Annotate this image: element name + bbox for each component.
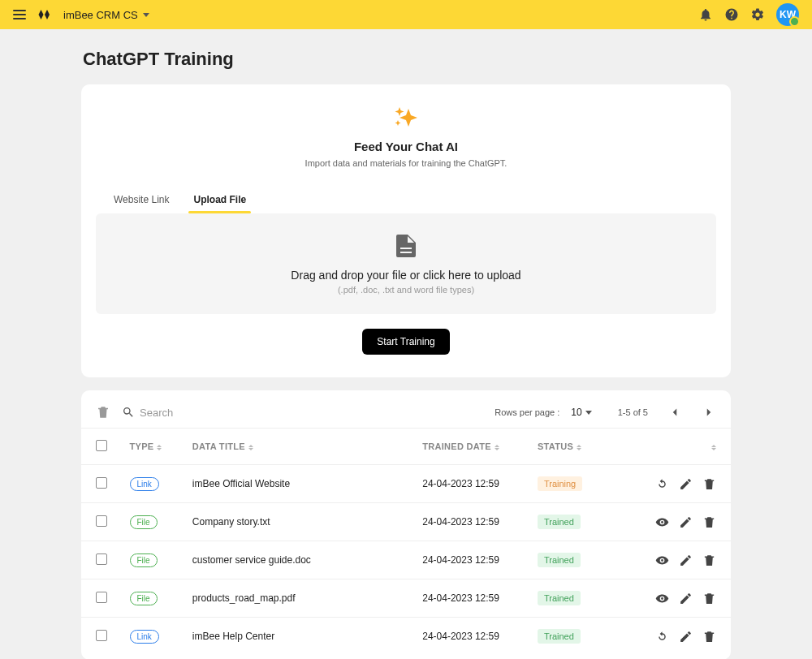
status-badge: Training <box>538 476 582 491</box>
row-checkbox[interactable] <box>96 592 107 603</box>
upload-card: Feed Your Chat AI Import data and materi… <box>81 84 731 377</box>
table-row: FileCompany story.txt24-04-2023 12:59Tra… <box>81 503 731 541</box>
app-switcher[interactable]: imBee CRM CS <box>63 9 149 21</box>
app-name: imBee CRM CS <box>63 9 138 21</box>
delete-icon[interactable] <box>702 592 716 605</box>
row-checkbox[interactable] <box>96 630 107 641</box>
view-icon[interactable] <box>655 515 669 529</box>
sort-icon <box>248 445 253 450</box>
type-badge: File <box>130 515 158 529</box>
next-page-icon[interactable] <box>702 405 716 420</box>
upload-tabs: Website Link Upload File <box>81 186 731 213</box>
delete-icon[interactable] <box>702 477 716 491</box>
col-title-header[interactable]: DATA TITLE <box>192 441 245 451</box>
drop-hint: (.pdf, .doc, .txt and word file types) <box>112 285 700 295</box>
rows-per-page-label: Rows per page : <box>495 407 559 417</box>
data-title: Company story.txt <box>186 503 416 541</box>
chevron-down-icon <box>143 13 149 17</box>
edit-icon[interactable] <box>679 630 693 644</box>
feed-title: Feed Your Chat AI <box>114 140 698 153</box>
col-date-header[interactable]: TRAINED DATE <box>422 441 491 451</box>
table-row: Fileproducts_road_map.pdf24-04-2023 12:5… <box>81 579 731 618</box>
type-badge: File <box>130 553 158 567</box>
delete-icon[interactable] <box>702 553 716 567</box>
tab-website-link[interactable]: Website Link <box>114 186 169 213</box>
col-type-header[interactable]: TYPE <box>130 441 154 451</box>
status-badge: Trained <box>538 553 581 567</box>
refresh-icon[interactable] <box>655 477 669 491</box>
table-row: LinkimBee Help Center24-04-2023 12:59Tra… <box>81 618 731 656</box>
start-training-button[interactable]: Start Training <box>362 329 449 355</box>
sparkle-icon <box>394 107 418 131</box>
view-icon[interactable] <box>655 553 669 567</box>
sort-icon <box>711 445 716 450</box>
topbar-left: imBee CRM CS <box>13 7 149 22</box>
sort-icon <box>157 445 162 450</box>
edit-icon[interactable] <box>679 592 693 605</box>
training-data-table: TYPE DATA TITLE TRAINED DATE STATUS Link… <box>81 428 731 655</box>
trained-date: 24-04-2023 12:59 <box>416 503 531 541</box>
status-badge: Trained <box>538 515 581 529</box>
pagination-range: 1-5 of 5 <box>618 407 648 417</box>
trained-date: 24-04-2023 12:59 <box>416 541 531 579</box>
data-title: imBee Official Website <box>186 465 416 503</box>
edit-icon[interactable] <box>679 515 693 529</box>
chevron-down-icon <box>585 411 592 415</box>
file-icon <box>396 235 416 261</box>
search-input[interactable] <box>140 407 237 419</box>
menu-icon[interactable] <box>13 10 26 19</box>
row-checkbox[interactable] <box>96 477 107 489</box>
sort-icon <box>495 445 499 450</box>
type-badge: Link <box>130 630 159 644</box>
data-title: products_road_map.pdf <box>186 579 416 618</box>
edit-icon[interactable] <box>679 477 693 491</box>
rows-per-page-select[interactable]: 10 <box>571 407 591 418</box>
table-row: LinkimBee Official Website24-04-2023 12:… <box>81 465 731 503</box>
data-title: customer service guide.doc <box>186 541 416 579</box>
search-icon <box>122 406 135 419</box>
status-badge: Trained <box>538 629 581 644</box>
bell-icon[interactable] <box>698 7 713 22</box>
delete-bulk-icon[interactable] <box>96 405 110 420</box>
prev-page-icon[interactable] <box>667 405 682 420</box>
status-badge: Trained <box>538 591 581 605</box>
refresh-icon[interactable] <box>655 630 669 644</box>
row-checkbox[interactable] <box>96 553 107 565</box>
type-badge: File <box>130 592 158 605</box>
trained-date: 24-04-2023 12:59 <box>416 618 531 656</box>
data-title: imBee Help Center <box>186 618 416 656</box>
topbar-right: KW <box>698 3 799 26</box>
help-icon[interactable] <box>724 7 739 22</box>
logo-icon <box>37 7 52 22</box>
feed-desc: Import data and materials for training t… <box>114 158 698 168</box>
delete-icon[interactable] <box>702 630 716 644</box>
view-icon[interactable] <box>655 592 669 605</box>
data-table-card: Rows per page : 10 1-5 of 5 TYPE DATA TI… <box>81 390 731 659</box>
select-all-checkbox[interactable] <box>96 440 107 451</box>
table-row: Filecustomer service guide.doc24-04-2023… <box>81 541 731 579</box>
topbar: imBee CRM CS KW <box>0 0 812 29</box>
dropzone[interactable]: Drag and drop your file or click here to… <box>96 213 716 314</box>
drop-text: Drag and drop your file or click here to… <box>112 269 700 282</box>
sort-icon <box>577 445 581 450</box>
page-title: ChatGPT Training <box>83 49 731 70</box>
type-badge: Link <box>130 477 159 491</box>
col-status-header[interactable]: STATUS <box>538 441 573 451</box>
edit-icon[interactable] <box>679 553 693 567</box>
avatar[interactable]: KW <box>776 3 799 26</box>
delete-icon[interactable] <box>702 515 716 529</box>
row-checkbox[interactable] <box>96 515 107 527</box>
trained-date: 24-04-2023 12:59 <box>416 465 531 503</box>
gear-icon[interactable] <box>750 7 765 22</box>
tab-upload-file[interactable]: Upload File <box>193 186 246 213</box>
trained-date: 24-04-2023 12:59 <box>416 579 531 618</box>
